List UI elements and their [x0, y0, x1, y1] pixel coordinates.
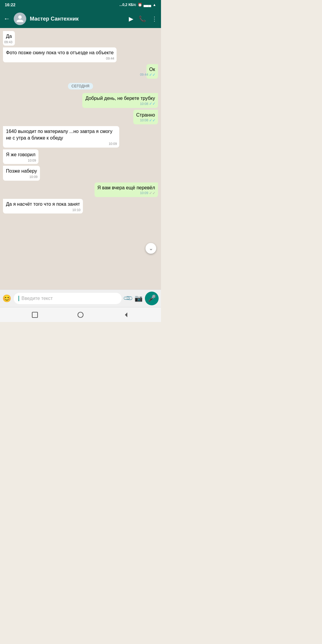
bubble-msg2: Фото позже скину пока что в отъезде на о…: [3, 47, 117, 62]
network-speed: ...0,2 КБ/с: [120, 3, 136, 7]
nav-back-icon: [123, 312, 129, 318]
nav-square-button[interactable]: [31, 311, 39, 319]
message-ticks: ✓✓: [149, 118, 156, 123]
contact-name: Мастер Сантехник: [30, 16, 125, 22]
message-text: Фото позже скину пока что в отъезде на о…: [6, 50, 114, 55]
nav-square-icon: [32, 312, 38, 318]
svg-marker-2: [125, 312, 127, 317]
message-row: 1640 выходит по материалу ...но завтра я…: [3, 126, 158, 148]
message-row: Да09:43: [3, 31, 158, 46]
emoji-button[interactable]: 😊: [2, 294, 11, 303]
message-time: 10:09: [109, 142, 117, 146]
video-call-icon[interactable]: ▶: [129, 15, 133, 22]
message-ticks: ✓✓: [149, 191, 156, 196]
message-ticks: ✓✓: [149, 101, 156, 106]
message-row: Ок09:44✓✓: [3, 64, 158, 79]
chat-wrapper: Да09:43Фото позже скину пока что в отъез…: [0, 28, 161, 290]
back-button[interactable]: ←: [4, 15, 10, 23]
message-ticks: ✓✓: [149, 72, 156, 78]
cursor: [18, 296, 19, 301]
signal-icon: ▄▄▄: [144, 3, 151, 7]
toolbar: ← Мастер Сантехник ▶ 📞 ⋮: [0, 10, 161, 28]
message-input[interactable]: Введите текст: [14, 293, 122, 304]
message-row: Я вам вчера ещё перевёл10:09✓✓: [3, 182, 158, 197]
voice-call-icon[interactable]: 📞: [139, 15, 146, 22]
message-row: Позже наберу10:09: [3, 166, 158, 180]
bubble-msg5: Странно10:08✓✓: [133, 110, 158, 124]
message-row: Фото позже скину пока что в отъезде на о…: [3, 47, 158, 62]
placeholder-text: Введите текст: [21, 296, 53, 301]
message-meta: 10:08✓✓: [140, 118, 156, 123]
message-meta: 10:10: [72, 208, 80, 212]
message-time: 10:10: [72, 208, 80, 212]
date-label: СЕГОДНЯ: [68, 83, 93, 89]
mic-button[interactable]: 🎤: [145, 292, 159, 305]
bubble-msg3: Ок09:44✓✓: [146, 64, 158, 79]
more-options-icon[interactable]: ⋮: [151, 15, 157, 22]
wifi-icon: ▲: [153, 3, 156, 7]
avatar-icon: [16, 15, 24, 23]
nav-bar: [0, 307, 161, 322]
bubble-msg9: Я вам вчера ещё перевёл10:09✓✓: [95, 182, 158, 197]
message-meta: 10:09: [109, 142, 117, 146]
toolbar-actions: ▶ 📞 ⋮: [129, 15, 157, 22]
message-time: 10:09: [28, 158, 36, 163]
message-time: 10:08: [140, 102, 148, 106]
bubble-msg6: 1640 выходит по материалу ...но завтра я…: [3, 126, 119, 148]
message-row: Я же говорил10:09: [3, 149, 158, 164]
message-text: Странно: [136, 112, 155, 117]
message-text: Ок: [149, 67, 155, 72]
message-meta: 09:44✓✓: [140, 72, 156, 78]
bubble-msg4: Добрый день, не берете трубку10:08✓✓: [82, 93, 158, 108]
nav-back-button[interactable]: [122, 311, 130, 319]
message-meta: 09:43: [4, 40, 13, 44]
message-text: Добрый день, не берете трубку: [85, 96, 155, 101]
status-icons: ...0,2 КБ/с ⏰ ▄▄▄ ▲: [120, 3, 156, 7]
camera-button[interactable]: 📷: [134, 295, 143, 302]
message-meta: 10:09: [29, 175, 38, 179]
message-row: Странно10:08✓✓: [3, 110, 158, 124]
message-text: 1640 выходит по материалу ...но завтра я…: [6, 129, 112, 140]
message-row: Да я насчёт того что я пока занят10:10: [3, 199, 158, 213]
message-text: Да: [6, 34, 12, 39]
bubble-msg8: Позже наберу10:09: [3, 166, 40, 180]
message-time: 09:44: [106, 56, 114, 61]
nav-circle-icon: [77, 312, 84, 318]
message-meta: 10:08✓✓: [140, 101, 156, 106]
message-text: Я же говорил: [6, 152, 35, 157]
message-meta: 09:44: [106, 56, 114, 61]
message-time: 09:43: [4, 40, 13, 44]
status-time: 16:22: [5, 2, 16, 7]
message-text: Позже наберу: [6, 168, 37, 174]
svg-rect-0: [32, 312, 38, 318]
message-meta: 10:09: [28, 158, 36, 163]
message-row: Добрый день, не берете трубку10:08✓✓: [3, 93, 158, 108]
attach-button[interactable]: 📎: [123, 293, 134, 304]
message-time: 10:08: [140, 118, 148, 123]
nav-home-button[interactable]: [76, 311, 85, 319]
date-divider: СЕГОДНЯ: [3, 83, 158, 89]
message-text: Я вам вчера ещё перевёл: [97, 185, 155, 190]
bubble-msg10: Да я насчёт того что я пока занят10:10: [3, 199, 83, 213]
alarm-icon: ⏰: [138, 3, 142, 7]
message-text: Да я насчёт того что я пока занят: [6, 202, 80, 207]
scroll-down-button[interactable]: ⌄: [145, 243, 156, 254]
chat-area: Да09:43Фото позже скину пока что в отъез…: [0, 28, 161, 290]
message-time: 09:44: [140, 72, 148, 77]
avatar: [14, 13, 26, 25]
input-bar: 😊 Введите текст 📎 📷 🎤: [0, 290, 161, 307]
bubble-msg7: Я же говорил10:09: [3, 149, 38, 164]
message-time: 10:09: [29, 175, 38, 179]
bubble-msg1: Да09:43: [3, 31, 15, 46]
message-meta: 10:09✓✓: [140, 191, 156, 196]
message-time: 10:09: [140, 191, 148, 195]
status-bar: 16:22 ...0,2 КБ/с ⏰ ▄▄▄ ▲: [0, 0, 161, 10]
svg-point-1: [78, 312, 83, 318]
